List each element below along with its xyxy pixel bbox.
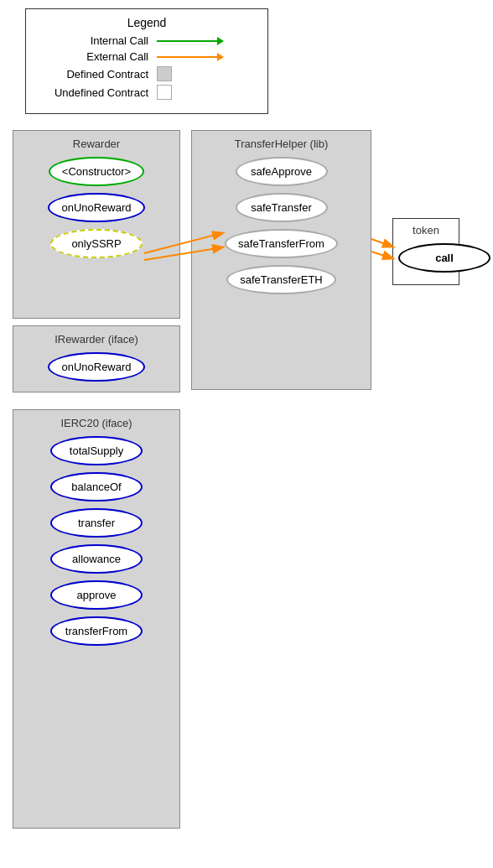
external-call-arrow (157, 53, 224, 61)
defined-contract-box (157, 66, 172, 81)
allowance-ellipse: allowance (50, 544, 143, 574)
rewarder-title: Rewarder (20, 138, 173, 150)
safetransfereth-ellipse: safeTransferETH (226, 265, 336, 294)
approve-ellipse: approve (50, 580, 143, 610)
arrow-safetransfer-token2 (371, 252, 392, 258)
legend-box: Legend Internal Call External Call Defin… (25, 8, 268, 114)
transferhelper-title: TransferHelper (lib) (199, 138, 364, 150)
constructor-ellipse: <Constructor> (49, 157, 144, 186)
balanceof-ellipse: balanceOf (50, 472, 143, 502)
legend-internal-call: Internal Call (39, 34, 254, 47)
undefined-contract-box (157, 85, 172, 100)
token-box: token call (392, 218, 459, 285)
internal-call-line (157, 40, 217, 42)
legend-defined-contract: Defined Contract (39, 66, 254, 81)
onlyssrp-ellipse: onlySSRP (50, 229, 143, 258)
totalsupply-ellipse: totalSupply (50, 436, 143, 465)
legend-undefined-label: Undefined Contract (39, 86, 157, 99)
legend-external-call-label: External Call (39, 50, 157, 63)
external-call-line (157, 56, 217, 58)
external-call-arrowhead (217, 53, 224, 61)
legend-undefined-contract: Undefined Contract (39, 85, 254, 100)
transfer-ellipse: transfer (50, 508, 143, 538)
safetransferfrom-ellipse: safeTransferFrom (225, 229, 338, 258)
token-call-ellipse: call (398, 243, 490, 273)
irewarder-box: IRewarder (iface) onUnoReward (13, 325, 180, 392)
diagram-container: Legend Internal Call External Call Defin… (0, 0, 493, 868)
transferhelper-box: TransferHelper (lib) safeApprove safeTra… (191, 130, 371, 390)
ierc20-box: IERC20 (iface) totalSupply balanceOf tra… (13, 409, 180, 829)
onunoreward-ellipse-irewarder: onUnoReward (48, 352, 144, 382)
internal-call-arrow (157, 37, 224, 45)
legend-external-call: External Call (39, 50, 254, 63)
legend-title: Legend (39, 16, 254, 29)
ierc20-title: IERC20 (iface) (20, 417, 173, 429)
token-title: token (398, 224, 454, 236)
legend-defined-label: Defined Contract (39, 68, 157, 81)
legend-internal-call-label: Internal Call (39, 34, 157, 47)
internal-call-arrowhead (217, 37, 224, 45)
arrow-safetransfer-token (371, 239, 392, 247)
rewarder-box: Rewarder <Constructor> onUnoReward onlyS… (13, 130, 180, 319)
safetransfer-ellipse: safeTransfer (236, 193, 328, 222)
safeapprove-ellipse: safeApprove (236, 157, 328, 186)
transferfrom-ellipse: transferFrom (50, 616, 143, 646)
onunoreward-ellipse-rewarder: onUnoReward (48, 193, 144, 222)
irewarder-title: IRewarder (iface) (20, 333, 173, 346)
